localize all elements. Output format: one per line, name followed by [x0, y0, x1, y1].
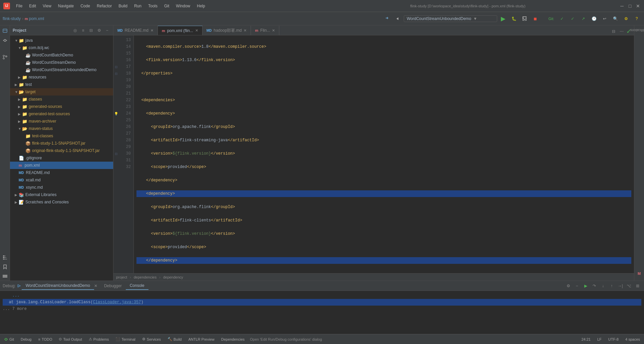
editor-split-btn[interactable]: ⊟ — [610, 28, 617, 35]
tree-pom-xml[interactable]: m pom.xml — [10, 162, 113, 169]
tree-classes[interactable]: ▶ 📁 classes — [10, 96, 113, 103]
debug-step-out[interactable]: ↑ — [608, 282, 615, 290]
menu-help[interactable]: Help — [194, 2, 208, 10]
status-line-sep[interactable]: LF — [596, 337, 603, 342]
debug-step-over[interactable]: ↷ — [591, 282, 598, 290]
tab-console[interactable]: Console — [126, 282, 148, 290]
status-git[interactable]: Git — [3, 337, 15, 342]
menu-refactor[interactable]: Refactor — [94, 2, 114, 10]
git-push-btn[interactable]: ✓ — [568, 14, 577, 23]
debug-resume-btn[interactable]: ▶ — [582, 282, 589, 290]
status-services[interactable]: ⚙ Services — [141, 336, 162, 342]
sidebar-icon-pull-requests[interactable] — [1, 53, 9, 61]
status-position[interactable]: 24:21 — [580, 337, 592, 342]
tree-external-libs[interactable]: ▶ 📚 External Libraries — [10, 191, 113, 198]
debug-step-in[interactable]: ↓ — [599, 282, 607, 290]
tree-com-itclj[interactable]: ▼ 📁 com.itclj.wc — [10, 44, 113, 51]
menu-tools[interactable]: Tools — [145, 2, 160, 10]
tab-close-btn[interactable]: ✕ — [150, 28, 153, 33]
git-commit-btn[interactable]: ✓ — [557, 14, 567, 23]
search-everywhere-btn[interactable]: 🔍 — [611, 14, 620, 23]
menu-navigate[interactable]: Navigate — [55, 2, 76, 10]
tab-pom[interactable]: m pom.xml (flin... ✕ — [158, 26, 203, 35]
status-debug[interactable]: Debug — [19, 337, 33, 342]
tree-wordcount-unbounded[interactable]: ☕ WordCountStreamUnboundedDemo — [10, 66, 113, 73]
debug-link[interactable]: ClassLoader.java:357 — [93, 300, 141, 305]
tree-resources[interactable]: ▶ 📁 resources — [10, 73, 113, 81]
menu-git[interactable]: Git — [162, 2, 172, 10]
minimize-button[interactable]: ─ — [619, 3, 625, 9]
tab-flin[interactable]: m Flin... ✕ — [251, 26, 279, 35]
gutter-fold[interactable]: ⊟ — [113, 150, 119, 157]
project-expand-btn[interactable]: ≡ — [80, 27, 86, 34]
status-encoding[interactable]: UTF-8 — [607, 337, 620, 342]
gutter-fold[interactable]: ⊟ — [113, 63, 119, 70]
tree-jar2[interactable]: 📦 original-flink-study-1.1-SNAPSHOT.jar — [10, 147, 113, 154]
project-collapse-btn[interactable]: ⊟ — [88, 27, 94, 34]
sidebar-icon-bookmarks[interactable] — [1, 263, 9, 271]
debug-tool-settings[interactable]: ⚙ — [565, 282, 572, 290]
status-dependencies[interactable]: Dependencies — [220, 337, 246, 342]
project-settings-btn[interactable]: ⚙ — [96, 27, 102, 34]
git-arrow-btn[interactable]: ↗ — [579, 14, 588, 23]
run-config-selector[interactable]: WordCountStreamUnboundedDemo ▼ ✎ Edit Co… — [404, 15, 497, 22]
tab-close-btn[interactable]: ✕ — [244, 28, 247, 33]
git-rollback-btn[interactable]: ↩ — [600, 14, 609, 23]
tree-maven-status[interactable]: ▼ 📂 maven-status — [10, 125, 113, 132]
coverage-button[interactable]: ⛾ — [520, 14, 529, 23]
status-terminal[interactable]: ⬛ Terminal — [114, 336, 137, 342]
toolbar-back[interactable] — [393, 14, 402, 23]
tab-close-btn[interactable]: ✕ — [195, 28, 198, 33]
tree-test[interactable]: ▶ 📁 test — [10, 81, 113, 88]
close-debug-tab[interactable]: ✕ — [94, 284, 97, 288]
toolbar-vcs-update[interactable] — [382, 14, 392, 23]
tree-scratches[interactable]: ▶ 📝 Scratches and Consoles — [10, 198, 113, 206]
status-tool-output[interactable]: ⊙ Tool Output — [57, 336, 83, 342]
menu-window[interactable]: Window — [173, 2, 193, 10]
tab-hadoop[interactable]: MD hadoop部署.md ✕ — [203, 26, 251, 35]
tree-xcall[interactable]: MD xcall.md — [10, 176, 113, 184]
run-button[interactable]: ▶ — [499, 14, 508, 23]
sidebar-icon-tool[interactable] — [1, 272, 9, 281]
tree-wordcount-stream[interactable]: ☕ WordCountStreamDemo — [10, 59, 113, 66]
tree-jar1[interactable]: 📦 flink-study-1.1-SNAPSHOT.jar — [10, 140, 113, 147]
menu-code[interactable]: Code — [78, 2, 93, 10]
debug-tool-expand[interactable]: − — [573, 282, 581, 290]
debug-evaluate[interactable]: ⌥ — [625, 282, 633, 290]
menu-edit[interactable]: Edit — [26, 2, 39, 10]
menu-view[interactable]: View — [40, 2, 54, 10]
settings-btn[interactable]: ⚙ — [621, 14, 631, 23]
tree-wordcount-batch[interactable]: ☕ WordCountBatchDemo — [10, 51, 113, 59]
status-indent[interactable]: 4 spaces — [624, 337, 641, 342]
menu-file[interactable]: File — [13, 2, 25, 10]
tree-gitignore[interactable]: 📄 .gitignore — [10, 154, 113, 162]
tree-target[interactable]: ▼ 📂 target — [10, 88, 113, 96]
debug-run-to-cursor[interactable]: →| — [617, 282, 624, 290]
project-locate-btn[interactable]: ◎ — [72, 27, 78, 34]
breadcrumb-project[interactable]: flink-study — [3, 16, 21, 21]
sidebar-icon-structure[interactable] — [1, 253, 9, 262]
menu-run[interactable]: Run — [131, 2, 144, 10]
tree-generated-test-sources[interactable]: ▶ 📁 generated-test-sources — [10, 110, 113, 118]
sidebar-icon-project[interactable] — [1, 27, 9, 35]
editor-more-btn[interactable]: ⋯ — [618, 28, 625, 35]
project-close-btn[interactable]: − — [104, 27, 110, 34]
notifications-icon[interactable]: Notifications — [636, 27, 643, 33]
code-content[interactable]: <maven.compiler.source>1.8</maven.compil… — [134, 35, 634, 273]
tab-readme[interactable]: MD README.md ✕ — [113, 26, 158, 35]
debug-restore[interactable]: ⊞ — [634, 282, 641, 290]
tree-test-classes[interactable]: 📁 test-classes — [10, 132, 113, 140]
tree-generated-sources[interactable]: ▶ 📁 generated-sources — [10, 103, 113, 110]
tree-java[interactable]: ▼ 📁 java — [10, 37, 113, 44]
tree-xsync[interactable]: MD xsync.md — [10, 184, 113, 191]
bottom-tab-config-name[interactable]: WordCountStreamUnboundedDemo — [22, 282, 94, 290]
debug-button[interactable]: 🐛 — [509, 14, 519, 23]
status-todo[interactable]: ≡ TODO — [37, 337, 53, 342]
maven-panel-icon[interactable]: M — [635, 269, 644, 278]
status-build[interactable]: 🔨 Build — [166, 336, 183, 342]
git-history-btn[interactable]: 🕐 — [589, 14, 599, 23]
menu-build[interactable]: Build — [116, 2, 130, 10]
stop-button[interactable]: ◼ — [531, 14, 540, 23]
help-btn[interactable]: ? — [632, 14, 641, 23]
gutter-fold[interactable]: ⊟ — [113, 70, 119, 77]
